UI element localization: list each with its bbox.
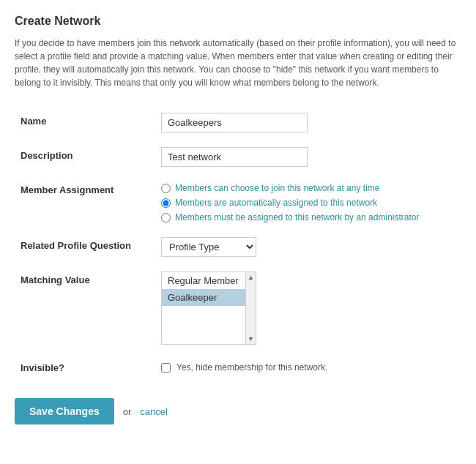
listbox-item-goalkeeper[interactable]: Goalkeeper [162, 289, 245, 306]
listbox-scrollbar[interactable]: ▲ ▼ [245, 272, 256, 344]
footer-row: Save Changes or cancel [15, 398, 461, 424]
radio-option-3: Members must be assigned to this network… [161, 212, 455, 222]
member-assignment-label: Member Assignment [15, 174, 146, 230]
page-title: Create Network [15, 15, 461, 28]
name-input[interactable] [161, 113, 308, 132]
radio-option-1: Members can choose to join this network … [161, 183, 455, 193]
scroll-down-arrow[interactable]: ▼ [246, 334, 256, 344]
member-assignment-row: Member Assignment Members can choose to … [15, 174, 461, 230]
invisible-label: Invisible? [15, 352, 146, 381]
cancel-link[interactable]: cancel [140, 406, 168, 417]
name-label: Name [15, 105, 146, 140]
radio-join-anytime[interactable] [161, 184, 171, 193]
radio-auto-assigned-label[interactable]: Members are automatically assigned to th… [175, 198, 377, 208]
form-table: Name Description Member Assignment Membe… [15, 105, 461, 381]
invisible-checkbox[interactable] [161, 363, 171, 373]
radio-admin-assigned-label[interactable]: Members must be assigned to this network… [175, 212, 419, 222]
radio-auto-assigned[interactable] [161, 198, 171, 208]
name-row: Name [15, 105, 461, 140]
member-assignment-options: Members can choose to join this network … [146, 174, 461, 230]
listbox-item-regular-member[interactable]: Regular Member [162, 272, 245, 289]
listbox-items-container: Regular Member Goalkeeper [162, 272, 245, 344]
invisible-option: Yes, hide membership for this network. [161, 359, 455, 373]
invisible-option-label[interactable]: Yes, hide membership for this network. [176, 362, 327, 373]
invisible-row: Invisible? Yes, hide membership for this… [15, 352, 461, 381]
radio-group: Members can choose to join this network … [161, 182, 455, 222]
name-field-cell [146, 105, 461, 140]
radio-option-2: Members are automatically assigned to th… [161, 198, 455, 208]
matching-value-cell: Regular Member Goalkeeper ▲ ▼ [146, 264, 461, 352]
intro-text: If you decide to have members join this … [15, 37, 461, 89]
related-profile-cell: Profile Type Role Location Department [146, 230, 461, 264]
save-changes-button[interactable]: Save Changes [15, 398, 114, 424]
radio-admin-assigned[interactable] [161, 213, 171, 222]
related-profile-row: Related Profile Question Profile Type Ro… [15, 230, 461, 264]
description-field-cell [146, 140, 461, 174]
profile-type-select[interactable]: Profile Type Role Location Department [161, 237, 256, 257]
description-input[interactable] [161, 147, 308, 167]
matching-value-listbox[interactable]: Regular Member Goalkeeper ▲ ▼ [161, 272, 256, 345]
scroll-up-arrow[interactable]: ▲ [246, 272, 256, 282]
radio-join-anytime-label[interactable]: Members can choose to join this network … [175, 183, 379, 193]
invisible-cell: Yes, hide membership for this network. [146, 352, 461, 381]
description-row: Description [15, 140, 461, 174]
matching-value-row: Matching Value Regular Member Goalkeeper… [15, 264, 461, 352]
invisible-text: Yes, hide membership for this network. [176, 362, 327, 373]
description-label: Description [15, 140, 146, 174]
related-profile-label: Related Profile Question [15, 230, 146, 264]
matching-value-label: Matching Value [15, 264, 146, 352]
cancel-or-text: or [123, 406, 132, 417]
